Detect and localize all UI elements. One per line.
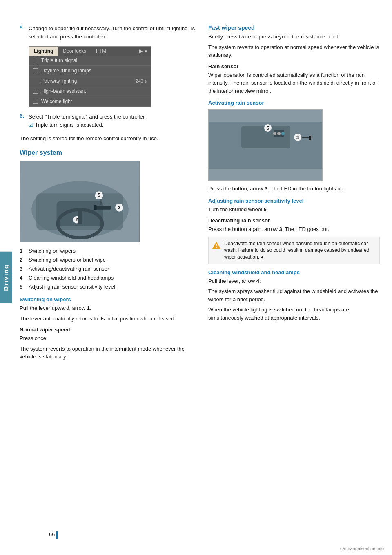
wiper-item-3: 3 Activating/deactivating rain sensor bbox=[20, 265, 196, 273]
cleaning-intro: Pull the lever, arrow 4: bbox=[208, 277, 380, 285]
right-column: Fast wiper speed Briefly press twice or … bbox=[208, 25, 380, 530]
normal-wiper-text1: Press once. bbox=[20, 334, 196, 342]
wiper-section-heading: Wiper system bbox=[20, 149, 196, 157]
check-icon: ☑ bbox=[29, 122, 33, 128]
normal-wiper-heading: Normal wiper speed bbox=[20, 327, 196, 333]
svg-rect-5 bbox=[94, 204, 97, 210]
setting-stored-text: The setting is stored for the remote con… bbox=[20, 134, 196, 143]
item-num-1: 1 bbox=[20, 247, 25, 255]
deactivating-rain-text1: Press the button again, arrow 3. The LED… bbox=[208, 225, 380, 233]
activating-rain-heading: Activating rain sensor bbox=[208, 100, 380, 106]
deactivating-rain-heading: Deactivating rain sensor bbox=[208, 217, 380, 224]
left-column: 5. Change to upper field if necessary. T… bbox=[20, 25, 196, 530]
menu-checkbox-daytime[interactable] bbox=[33, 68, 38, 73]
warning-triangle-icon: ! bbox=[212, 241, 221, 261]
warning-text: Deactivate the rain sensor when passing … bbox=[224, 240, 376, 261]
fast-wiper-heading: Fast wiper speed bbox=[208, 25, 380, 31]
menu-header: Lighting Door locks FTM ▶ ● bbox=[29, 47, 151, 56]
item-num-3: 3 bbox=[20, 265, 25, 273]
menu-checkbox-highbeam[interactable] bbox=[33, 89, 38, 94]
wiper-item-4: 4 Cleaning windshield and headlamps bbox=[20, 274, 196, 282]
menu-tab-ftm: FTM bbox=[91, 47, 111, 56]
svg-text:5: 5 bbox=[98, 192, 100, 198]
item-text-5: Adjusting rain sensor sensitivity level bbox=[29, 283, 115, 291]
menu-screenshot: Lighting Door locks FTM ▶ ● Triple turn … bbox=[29, 46, 151, 107]
menu-label-pathway: Pathway lighting bbox=[41, 78, 77, 84]
svg-text:|||: ||| bbox=[309, 135, 312, 140]
wiper-item-5: 5 Adjusting rain sensor sensitivity leve… bbox=[20, 283, 196, 291]
bottom-watermark: carmanualsonline.info bbox=[340, 546, 384, 551]
item-text-2: Switching off wipers or brief wipe bbox=[29, 256, 106, 264]
svg-point-21 bbox=[281, 132, 285, 135]
menu-value-pathway: 240 s bbox=[136, 78, 147, 83]
item-num-5: 5 bbox=[20, 283, 25, 291]
item-text-3: Activating/deactivating rain sensor bbox=[29, 265, 109, 273]
svg-text:5: 5 bbox=[267, 125, 269, 130]
menu-label-highbeam: High-beam assistant bbox=[41, 88, 86, 94]
item-num-4: 4 bbox=[20, 274, 25, 282]
menu-arrow-icon: ▶ ● bbox=[136, 47, 151, 56]
step-6: 6. Select "Triple turn signal" and press… bbox=[20, 113, 196, 129]
menu-label-welcome: Welcome light bbox=[41, 98, 72, 104]
warning-box: ! Deactivate the rain sensor when passin… bbox=[208, 237, 380, 264]
adjusting-rain-text: Turn the knurled wheel 5. bbox=[208, 206, 380, 214]
fast-wiper-text2: The system reverts to operation at norma… bbox=[208, 43, 380, 59]
wiper-item-1: 1 Switching on wipers bbox=[20, 247, 196, 255]
svg-text:2: 2 bbox=[76, 217, 78, 222]
svg-rect-4 bbox=[95, 205, 111, 209]
step-6-check: Triple turn signal is activated. bbox=[35, 122, 103, 128]
menu-checkbox-triple[interactable] bbox=[33, 58, 38, 63]
menu-item-pathway: Pathway lighting 240 s bbox=[29, 76, 151, 86]
item-text-1: Switching on wipers bbox=[29, 247, 76, 255]
step-5: 5. Change to upper field if necessary. T… bbox=[20, 25, 196, 40]
menu-item-triple: Triple turn signal bbox=[29, 56, 151, 66]
cleaning-windshield-heading: Cleaning windshield and headlamps bbox=[208, 269, 380, 275]
svg-rect-14 bbox=[78, 209, 82, 224]
svg-text:!: ! bbox=[216, 243, 217, 249]
activating-rain-text: Press the button, arrow 3. The LED in th… bbox=[208, 185, 380, 193]
switching-body: The lever automatically returns to its i… bbox=[20, 315, 196, 323]
step-6-number: 6. bbox=[20, 113, 25, 129]
rain-sensor-text: Wiper operation is controlled automatica… bbox=[208, 71, 380, 95]
cleaning-text2: When the vehicle lighting is switched on… bbox=[208, 306, 380, 322]
side-tab: Driving bbox=[0, 8, 11, 547]
page-number: 66 bbox=[49, 531, 58, 539]
step-5-number: 5. bbox=[20, 25, 25, 40]
menu-item-highbeam: High-beam assistant bbox=[29, 86, 151, 96]
cleaning-text1: The system sprays washer fluid against t… bbox=[208, 287, 380, 303]
svg-text:3: 3 bbox=[118, 205, 120, 210]
rain-sensor-heading: Rain sensor bbox=[208, 63, 380, 69]
fast-wiper-text1: Briefly press twice or press beyond the … bbox=[208, 33, 380, 41]
svg-text:3: 3 bbox=[296, 135, 299, 140]
menu-label-daytime: Daytime running lamps bbox=[41, 68, 91, 74]
menu-label-triple: Triple turn signal bbox=[41, 58, 77, 63]
switching-on-wipers-heading: Switching on wipers bbox=[20, 296, 196, 302]
side-tab-label: Driving bbox=[0, 252, 12, 303]
svg-point-19 bbox=[273, 132, 276, 135]
menu-checkbox-welcome[interactable] bbox=[33, 99, 38, 104]
menu-tab-doorlocks: Door locks bbox=[58, 47, 91, 56]
step-5-text: Change to upper field if necessary. Turn… bbox=[29, 25, 196, 40]
item-text-4: Cleaning windshield and headlamps bbox=[29, 274, 114, 282]
menu-item-daytime: Daytime running lamps bbox=[29, 66, 151, 76]
wiper-numbered-list: 1 Switching on wipers 2 Switching off wi… bbox=[20, 247, 196, 291]
step-6-text: Select "Triple turn signal" and press th… bbox=[29, 114, 146, 120]
rain-sensor-image: 5 3 ||| bbox=[208, 109, 323, 181]
wiper-image: 5 3 2 bbox=[20, 161, 140, 242]
menu-item-welcome: Welcome light bbox=[29, 96, 151, 107]
menu-tab-lighting[interactable]: Lighting bbox=[29, 47, 58, 56]
svg-point-20 bbox=[277, 132, 281, 135]
adjusting-rain-heading: Adjusting rain sensor sensitivity level bbox=[208, 198, 380, 204]
switching-intro: Pull the lever upward, arrow 1. bbox=[20, 304, 196, 312]
wiper-item-2: 2 Switching off wipers or brief wipe bbox=[20, 256, 196, 264]
normal-wiper-text2: The system reverts to operation in the i… bbox=[20, 345, 196, 361]
item-num-2: 2 bbox=[20, 256, 25, 264]
